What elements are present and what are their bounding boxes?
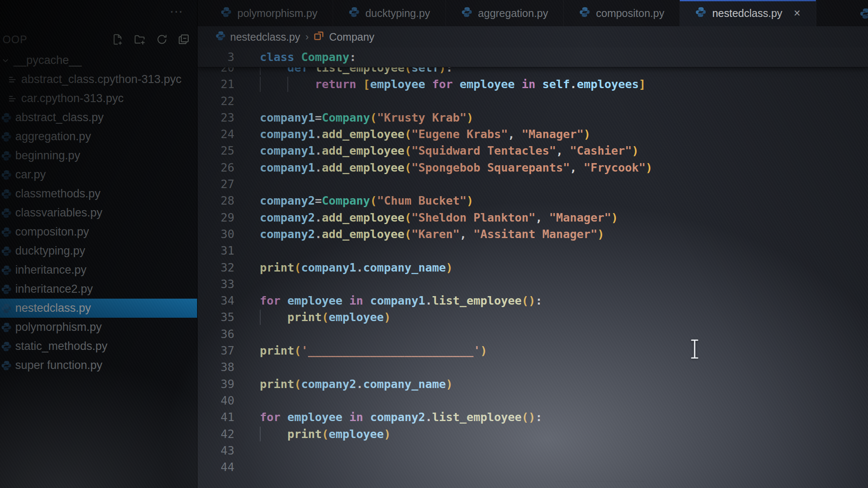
code-line[interactable]: 32print(company1.company_name) xyxy=(198,259,868,276)
line-number[interactable]: 31 xyxy=(198,242,234,259)
line-number[interactable]: 27 xyxy=(198,176,234,192)
tab-aggregation.py[interactable]: aggregation.py xyxy=(446,0,564,26)
line-number[interactable]: 24 xyxy=(198,126,234,142)
tab-ducktyping.py[interactable]: ducktyping.py xyxy=(333,0,446,26)
line-number[interactable]: 23 xyxy=(198,109,234,126)
line-number[interactable]: 41 xyxy=(198,409,234,425)
file-item-classmethods.py[interactable]: classmethods.py xyxy=(0,184,197,203)
line-number[interactable]: 32 xyxy=(198,259,234,276)
tab-bar: polymorphism.py ducktyping.py aggregatio… xyxy=(198,0,868,26)
screen-smudge-line xyxy=(556,481,645,482)
code-line[interactable]: 22 xyxy=(198,93,868,109)
code-line[interactable]: 40 xyxy=(198,392,868,409)
file-item-static_methods.py[interactable]: static_methods.py xyxy=(0,337,197,356)
code-line[interactable]: 25company1.add_employee("Squidward Tenta… xyxy=(198,142,868,159)
python-icon xyxy=(695,6,707,20)
indent-guide xyxy=(260,427,261,441)
code-line[interactable]: 43 xyxy=(198,442,868,459)
tab-compositon.py[interactable]: compositon.py xyxy=(564,0,680,26)
file-item-abstract_class.cpython-313.pyc[interactable]: abstract_class.cpython-313.pyc xyxy=(0,70,197,89)
file-item-classvariables.py[interactable]: classvariables.py xyxy=(0,203,197,222)
pyc-file-icon xyxy=(7,74,18,85)
code-line[interactable]: 38 xyxy=(198,359,868,375)
code-line[interactable]: 31 xyxy=(198,242,868,259)
code-line[interactable]: 35 print(employee) xyxy=(198,309,868,325)
line-number[interactable]: 44 xyxy=(198,459,234,475)
python-icon xyxy=(1,112,12,123)
file-item-super function.py[interactable]: super function.py xyxy=(0,356,197,375)
code-line[interactable]: 3class Company: xyxy=(198,47,868,67)
code-line[interactable]: 30company2.add_employee("Karen", "Assita… xyxy=(198,226,868,242)
line-number[interactable]: 33 xyxy=(198,276,234,292)
new-folder-icon[interactable] xyxy=(133,32,147,47)
line-number[interactable]: 35 xyxy=(198,309,234,325)
file-item-nestedclass.py[interactable]: nestedclass.py xyxy=(0,299,197,318)
new-file-icon[interactable] xyxy=(111,32,125,47)
file-tree: __pycache__ abstract_class.cpython-313.p… xyxy=(0,51,197,375)
code-line[interactable]: 34for employee in company1.list_employee… xyxy=(198,292,868,309)
code-line[interactable]: 23company1=Company("Krusty Krab") xyxy=(198,109,868,126)
breadcrumb-symbol[interactable]: Company xyxy=(329,31,374,43)
line-number[interactable]: 39 xyxy=(198,376,234,392)
file-label: nestedclass.py xyxy=(15,302,91,315)
line-number[interactable]: 34 xyxy=(198,292,234,309)
code-line[interactable]: 36 xyxy=(198,326,868,342)
sticky-scroll-line[interactable]: 3class Company: xyxy=(198,47,868,67)
line-number[interactable]: 26 xyxy=(198,159,234,176)
line-number[interactable]: 21 xyxy=(198,76,234,92)
line-number[interactable]: 3 xyxy=(198,47,234,67)
line-number[interactable]: 40 xyxy=(198,392,234,409)
file-item-inheritance.py[interactable]: inheritance.py xyxy=(0,261,197,280)
line-number[interactable]: 25 xyxy=(198,142,234,159)
tab-nestedclass.py[interactable]: nestedclass.py× xyxy=(680,0,816,26)
file-item-car.cpython-313.pyc[interactable]: car.cpython-313.pyc xyxy=(0,89,197,108)
file-item-aggregation.py[interactable]: aggregation.py xyxy=(0,127,197,146)
line-number[interactable]: 37 xyxy=(198,342,234,359)
tab-label: polymorphism.py xyxy=(237,7,317,19)
more-actions-icon[interactable]: ⋯ xyxy=(170,3,185,19)
code-line[interactable]: 42 print(employee) xyxy=(198,426,868,442)
file-item-beginning.py[interactable]: beginning.py xyxy=(0,146,197,165)
refresh-icon[interactable] xyxy=(155,32,169,47)
code-line[interactable]: 37print('________________________') xyxy=(198,342,868,359)
class-symbol-icon xyxy=(314,30,325,44)
file-item-car.py[interactable]: car.py xyxy=(0,165,197,184)
file-label: static_methods.py xyxy=(15,340,108,353)
line-number[interactable]: 30 xyxy=(198,226,234,242)
code-line[interactable]: 27 xyxy=(198,176,868,192)
breadcrumb-file[interactable]: nestedclass.py xyxy=(230,31,300,43)
line-number[interactable]: 43 xyxy=(198,442,234,459)
code-line[interactable]: 29company2.add_employee("Sheldon Plankto… xyxy=(198,209,868,226)
file-item-__pycache__[interactable]: __pycache__ xyxy=(0,51,197,70)
line-number[interactable]: 22 xyxy=(198,93,234,109)
line-number[interactable]: 29 xyxy=(198,209,234,226)
line-number[interactable]: 28 xyxy=(198,192,234,209)
explorer-section-title: OOP xyxy=(0,33,103,46)
file-item-inheritance2.py[interactable]: inheritance2.py xyxy=(0,280,197,299)
line-number[interactable]: 36 xyxy=(198,326,234,342)
code-line[interactable]: 24company1.add_employee("Eugene Krabs", … xyxy=(198,126,868,142)
code-line[interactable]: 28company2=Company("Chum Bucket") xyxy=(198,192,868,209)
file-item-ducktyping.py[interactable]: ducktyping.py xyxy=(0,241,197,261)
code-line[interactable]: 39print(company2.company_name) xyxy=(198,376,868,392)
explorer-section-header[interactable]: OOP xyxy=(0,31,191,47)
file-item-abstract_class.py[interactable]: abstract_class.py xyxy=(0,108,197,127)
line-number[interactable]: 38 xyxy=(198,359,234,375)
collapse-all-icon[interactable] xyxy=(177,32,191,47)
code-line[interactable]: 41for employee in company2.list_employee… xyxy=(198,409,868,425)
code-line[interactable]: 33 xyxy=(198,276,868,292)
file-label: inheritance2.py xyxy=(15,283,93,296)
line-text: print(employee) xyxy=(260,311,391,324)
file-item-polymorphism.py[interactable]: polymorphism.py xyxy=(0,318,197,337)
code-area[interactable]: 20 def list_employee(self):21 return [em… xyxy=(198,47,868,488)
line-text: print(employee) xyxy=(260,427,391,441)
code-line[interactable]: 21 return [employee for employee in self… xyxy=(198,76,868,92)
file-item-compositon.py[interactable]: compositon.py xyxy=(0,222,197,241)
python-icon xyxy=(1,189,12,200)
code-line[interactable]: 44 xyxy=(198,459,868,475)
code-line[interactable]: 26company1.add_employee("Spongebob Squar… xyxy=(198,159,868,176)
line-number[interactable]: 42 xyxy=(198,426,234,442)
close-icon[interactable]: × xyxy=(794,7,801,20)
indent-guide xyxy=(287,77,288,92)
tab-polymorphism.py[interactable]: polymorphism.py xyxy=(205,0,333,26)
